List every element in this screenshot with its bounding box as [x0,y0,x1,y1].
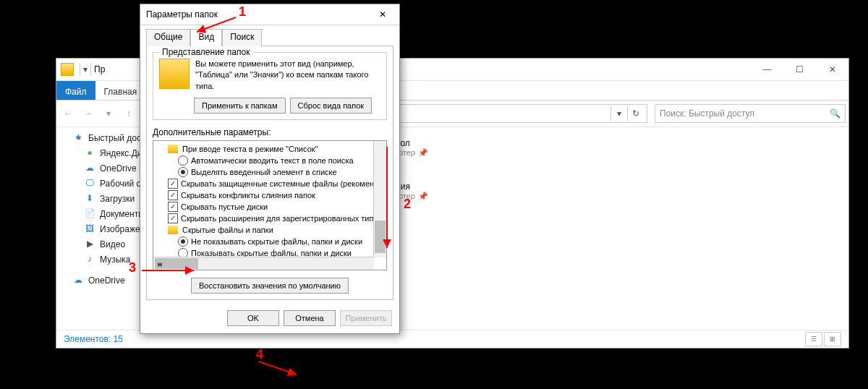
dialog-tabs: Общие Вид Поиск [140,25,399,46]
arrow-3-icon [142,266,200,276]
tree-row[interactable]: Скрывать расширения для зарегистрированн… [158,213,386,224]
desktop-icon: 🖵 [84,178,95,189]
onedrive-icon: ☁ [72,275,84,286]
window-title: Пр [94,64,105,74]
checkbox-icon[interactable] [168,213,178,223]
annotation-4: 4 [256,347,263,362]
docs-icon: 📄 [84,208,95,220]
refresh-button[interactable]: ↻ [627,106,644,121]
apply-button[interactable]: Применить [340,310,392,326]
restore-defaults-button[interactable]: Восстановить значения по умолчанию [191,278,349,294]
ribbon-tab-file[interactable]: Файл [56,81,95,100]
tree-row[interactable]: Скрытые файлы и папки [158,224,386,236]
folders-icon [159,59,190,89]
annotation-1: 1 [239,4,246,20]
music-icon: ♪ [84,254,95,265]
star-icon: ★ [72,132,84,144]
images-icon: 🖼 [84,223,95,235]
tree-row[interactable]: Выделять введенный элемент в списке [158,166,386,178]
onedrive-icon: ☁ [84,163,95,174]
folder-views-group: Представление папок Вы можете применить … [153,52,387,120]
apply-to-folders-button[interactable]: Применить к папкам [194,98,286,114]
tree-row[interactable]: Скрывать защищенные системные файлы (рек… [158,178,386,189]
forward-button[interactable]: → [80,105,97,122]
up-button[interactable]: ↑ [120,105,137,122]
checkbox-icon[interactable] [168,202,178,212]
video-icon: ▶ [84,239,95,250]
pin-icon: 📌 [418,148,428,158]
yadisk-icon: ● [84,148,95,159]
tree-row[interactable]: Скрывать пустые диски [158,201,386,213]
svg-line-3 [259,362,297,375]
checkbox-icon[interactable] [168,179,178,189]
advanced-settings-tree[interactable]: При вводе текста в режиме "Список"Автома… [153,140,387,270]
arrow-1-icon [192,14,239,38]
view-icons-button[interactable]: ⊞ [824,332,841,346]
tree-row[interactable]: Скрывать конфликты слияния папок [158,189,386,201]
svg-line-0 [197,17,236,32]
radio-icon[interactable] [178,167,188,177]
radio-icon[interactable] [178,155,188,166]
view-details-button[interactable]: ☰ [805,332,822,346]
dialog-close-button[interactable]: ✕ [372,6,393,23]
arrow-2-icon [382,147,392,257]
folder-icon [168,226,178,234]
download-icon: ⬇ [84,193,95,205]
arrow-4-icon [259,360,302,381]
ribbon-tab-home[interactable]: Главная [95,81,146,100]
search-icon: 🔍 [830,108,841,119]
cancel-button[interactable]: Отмена [284,310,336,326]
search-input[interactable]: Поиск: Быстрый доступ 🔍 [655,104,846,123]
ok-button[interactable]: OK [227,310,279,326]
tree-row[interactable]: Не показывать скрытые файлы, папки и дис… [158,236,386,247]
pin-icon: 📌 [418,192,428,201]
maximize-button[interactable]: ☐ [783,59,816,80]
dialog-titlebar[interactable]: Параметры папок ✕ [140,4,399,25]
tree-row[interactable]: При вводе текста в режиме "Список" [158,143,386,155]
folder-icon [168,145,178,153]
annotation-2: 2 [404,197,411,212]
annotation-3: 3 [129,260,136,275]
minimize-button[interactable]: — [751,59,783,80]
reset-folders-button[interactable]: Сброс вида папок [290,98,373,114]
recent-dropdown[interactable]: ▾ [100,105,117,122]
tree-row[interactable]: Автоматически вводить текст в поле поиск… [158,155,386,166]
tab-general[interactable]: Общие [146,29,190,46]
close-button[interactable]: ✕ [816,59,848,80]
address-dropdown[interactable]: ▾ [610,106,627,121]
radio-icon[interactable] [178,236,188,247]
folder-options-dialog: Параметры папок ✕ Общие Вид Поиск Предст… [140,4,400,334]
folder-icon [61,63,74,76]
checkbox-icon[interactable] [168,190,178,200]
back-button[interactable]: ← [59,105,77,122]
